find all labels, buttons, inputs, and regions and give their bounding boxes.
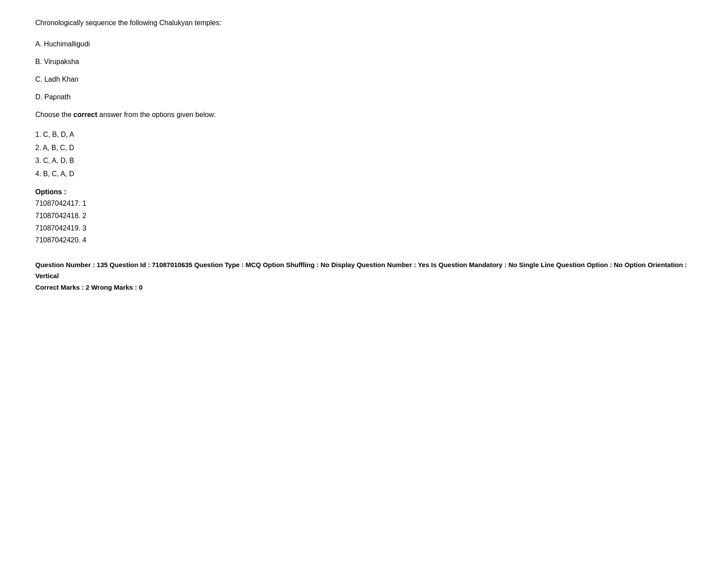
metadata-line1: Question Number : 135 Question Id : 7108… (35, 259, 693, 282)
answer-2-number: 2. (35, 144, 41, 151)
option-ids-list: 71087042417. 1 71087042418. 2 7108704241… (35, 198, 693, 246)
choose-correct-text: Choose the correct answer from the optio… (35, 110, 693, 120)
option-a-value: Huchimalligudi (44, 40, 90, 48)
option-b-label: B. (35, 58, 42, 65)
answer-4-value: B, C, A, D (43, 170, 74, 178)
answer-1-value: C, B, D, A (43, 131, 74, 138)
option-id-3: 71087042419. 3 (35, 223, 693, 234)
correct-marks-line: Correct Marks : 2 Wrong Marks : 0 (35, 282, 693, 293)
option-c-label: C. (35, 76, 42, 83)
option-d-text: Papnath (44, 93, 71, 101)
metadata-block: Question Number : 135 Question Id : 7108… (35, 259, 693, 293)
option-id-4-val: 4 (83, 236, 86, 244)
option-a: A. Huchimalligudi (35, 39, 693, 49)
option-id-2: 71087042418. 2 (35, 210, 693, 222)
option-b-text: Virupaksha (44, 58, 79, 65)
answer-3-number: 3. (35, 157, 41, 164)
option-id-4-id: 71087042420. (35, 236, 80, 244)
choose-prefix: Choose the (35, 111, 73, 118)
option-d: D. Papnath (35, 92, 693, 102)
option-id-4: 71087042420. 4 (35, 234, 693, 246)
option-id-2-id: 71087042418. (35, 212, 80, 219)
question-text: Chronologically sequence the following C… (35, 18, 693, 28)
option-c: C. Ladh Khan (35, 74, 693, 85)
option-id-3-val: 3 (83, 224, 86, 232)
option-id-1-val: 1 (83, 200, 86, 207)
option-d-label: D. (35, 93, 42, 101)
option-id-1: 71087042417. 1 (35, 198, 693, 209)
option-id-3-id: 71087042419. (35, 224, 80, 232)
options-label: Options : (35, 188, 693, 196)
option-id-2-val: 2 (83, 212, 86, 219)
answer-option-4: 4. B, C, A, D (35, 168, 693, 180)
answer-option-1: 1. C, B, D, A (35, 129, 693, 140)
answer-2-value: A, B, C, D (43, 144, 74, 151)
options-list: A. Huchimalligudi B. Virupaksha C. Ladh … (35, 39, 693, 102)
answer-3-value: C, A, D, B (43, 157, 74, 164)
choose-suffix: answer from the options given below: (98, 111, 216, 118)
option-a-label: A. (35, 40, 42, 48)
option-c-text: Ladh Khan (44, 76, 78, 83)
option-id-1-id: 71087042417. (35, 200, 80, 207)
answer-option-2: 2. A, B, C, D (35, 142, 693, 154)
correct-bold: correct (73, 111, 97, 118)
answer-options-list: 1. C, B, D, A 2. A, B, C, D 3. C, A, D, … (35, 129, 693, 179)
option-b: B. Virupaksha (35, 57, 693, 67)
answer-1-number: 1. (35, 131, 41, 138)
question-container: Chronologically sequence the following C… (35, 18, 693, 293)
answer-option-3: 3. C, A, D, B (35, 155, 693, 166)
answer-4-number: 4. (35, 170, 41, 178)
